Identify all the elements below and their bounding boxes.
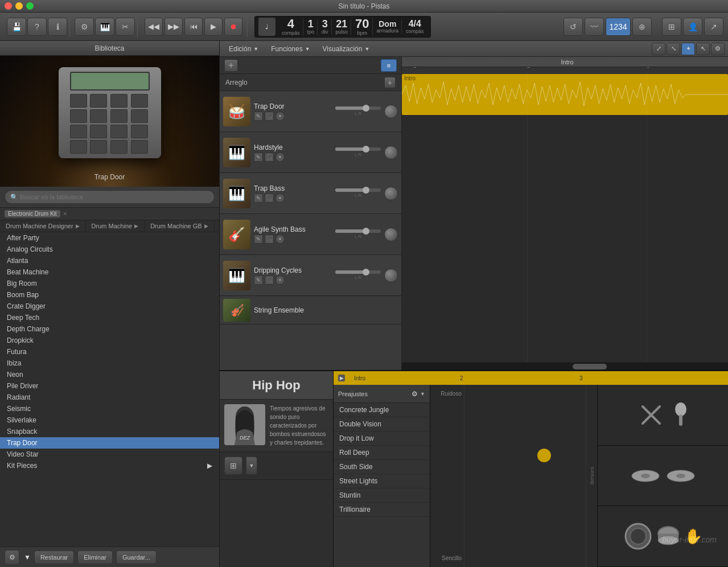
- track-fader-agile-synth[interactable]: [335, 229, 381, 233]
- preset-drop-it-low[interactable]: Drop it Low: [334, 432, 430, 446]
- save-button[interactable]: 💾: [7, 18, 26, 36]
- fader-thumb-dc[interactable]: [363, 269, 369, 276]
- list-item-beat-machine[interactable]: Beat Machine: [0, 266, 219, 278]
- pad-15[interactable]: [110, 140, 127, 154]
- pad-5[interactable]: [70, 109, 87, 123]
- extra-button[interactable]: ⚙: [711, 43, 725, 55]
- cursor-button[interactable]: ↖: [696, 43, 710, 55]
- menu-visualizacion[interactable]: Visualización ▼: [317, 44, 376, 54]
- track-edit-btn-hs[interactable]: ✎: [254, 153, 263, 162]
- user-button[interactable]: 👤: [683, 18, 702, 36]
- timeline-scrollbar[interactable]: [402, 362, 728, 370]
- presets-dropdown-icon[interactable]: ▼: [420, 391, 425, 397]
- list-item-video-star[interactable]: Video Star: [0, 449, 219, 460]
- resize-button[interactable]: ⤡: [667, 43, 680, 55]
- track-mute-btn-hs[interactable]: ●: [275, 153, 285, 162]
- pad-11[interactable]: [110, 125, 127, 138]
- pad-14[interactable]: [90, 140, 107, 154]
- close-button[interactable]: [5, 2, 12, 10]
- list-item-deep-tech[interactable]: Deep Tech: [0, 312, 219, 323]
- forward-button[interactable]: ▶▶: [164, 18, 183, 36]
- track-mute-btn-tb[interactable]: ●: [275, 194, 285, 203]
- help-button[interactable]: ?: [27, 18, 47, 36]
- master-button[interactable]: ⊕: [632, 18, 652, 36]
- track-view-toggle[interactable]: ≡: [381, 59, 397, 72]
- pad-canvas[interactable]: [464, 385, 586, 567]
- list-item-atlanta[interactable]: Atlanta: [0, 255, 219, 266]
- settings-button[interactable]: ⚙: [5, 550, 19, 565]
- list-item-depth-charge[interactable]: Depth Charge: [0, 323, 219, 335]
- select-button[interactable]: ✦: [681, 43, 695, 55]
- snap-button[interactable]: ⤢: [652, 43, 665, 55]
- track-fader-trap-door[interactable]: [335, 106, 381, 110]
- preset-concrete-jungle[interactable]: Concrete Jungle: [334, 403, 430, 417]
- list-item-kit-pieces[interactable]: Kit Pieces ▶: [0, 460, 219, 471]
- list-item-crate-digger[interactable]: Crate Digger: [0, 301, 219, 312]
- track-knob-dripping[interactable]: [384, 269, 398, 282]
- restore-button[interactable]: Restaurar: [34, 550, 74, 564]
- nav-drum-machine[interactable]: Drum Machine ▶: [86, 220, 145, 232]
- track-headphone-btn[interactable]: 🎧: [265, 112, 274, 121]
- minimize-button[interactable]: [15, 2, 23, 10]
- settings-dropdown[interactable]: ▼: [24, 553, 31, 561]
- delete-button[interactable]: Eliminar: [77, 550, 113, 564]
- play-button[interactable]: ▶: [204, 18, 223, 36]
- pad-6[interactable]: [90, 109, 107, 123]
- preset-roll-deep[interactable]: Roll Deep: [334, 446, 430, 460]
- preset-stuntin[interactable]: Stuntin: [334, 488, 430, 503]
- track-edit-btn-tb[interactable]: ✎: [254, 194, 263, 203]
- pad-16[interactable]: [131, 140, 148, 154]
- list-item-boom-bap[interactable]: Boom Bap: [0, 289, 219, 301]
- fader-thumb[interactable]: [363, 105, 369, 112]
- pad-7[interactable]: [110, 109, 127, 123]
- track-headphone-btn-tb[interactable]: 🎧: [265, 194, 274, 203]
- track-edit-btn-as[interactable]: ✎: [254, 235, 263, 244]
- arreglo-add-button[interactable]: +: [384, 77, 396, 88]
- track-knob-hardstyle[interactable]: [384, 146, 398, 159]
- pad-12[interactable]: [131, 125, 148, 138]
- record-button[interactable]: ⏺: [224, 18, 242, 36]
- list-item-ibiza[interactable]: Ibiza: [0, 358, 219, 369]
- lower-timeline-expand[interactable]: ▶: [338, 375, 345, 381]
- list-item-futura[interactable]: Futura: [0, 346, 219, 358]
- menu-funciones[interactable]: Funciones ▼: [265, 44, 315, 54]
- grid-view-button[interactable]: ⊞: [224, 457, 242, 475]
- undo-button[interactable]: ↺: [564, 18, 583, 36]
- track-fader-hardstyle[interactable]: [335, 147, 381, 151]
- piano-button[interactable]: 🎹: [95, 18, 114, 36]
- track-mute-btn[interactable]: ●: [275, 112, 285, 121]
- pad-9[interactable]: [70, 125, 87, 138]
- waveform-button[interactable]: 〰: [585, 18, 604, 36]
- rewind-button[interactable]: ◀◀: [145, 18, 163, 36]
- track-fader-dripping[interactable]: [335, 270, 381, 274]
- fader-thumb-hs[interactable]: [363, 146, 369, 153]
- track-headphone-btn-dc[interactable]: 🎧: [265, 276, 274, 285]
- track-knob-trap-door[interactable]: [384, 105, 398, 118]
- intro-region[interactable]: Intro: [402, 74, 728, 115]
- nav-drum-machine-designer[interactable]: Drum Machine Designer ▶: [0, 220, 86, 232]
- list-item-big-room[interactable]: Big Room: [0, 278, 219, 289]
- list-item-seismic[interactable]: Seismic: [0, 403, 219, 414]
- maximize-button[interactable]: [26, 2, 34, 10]
- track-headphone-btn-hs[interactable]: 🎧: [265, 153, 274, 162]
- track-knob-agile-synth[interactable]: [384, 228, 398, 241]
- list-item-after-party[interactable]: After Party: [0, 232, 219, 244]
- share-button[interactable]: ↗: [704, 18, 723, 36]
- layout-button[interactable]: ⊞: [662, 18, 681, 36]
- search-input[interactable]: [5, 190, 215, 204]
- pad-10[interactable]: [90, 125, 107, 138]
- presets-gear-icon[interactable]: ⚙: [412, 390, 418, 398]
- scissor-button[interactable]: ✂: [116, 18, 135, 36]
- nav-drum-machine-gb[interactable]: Drum Machine GB ▶: [145, 220, 214, 232]
- counter-button[interactable]: 1234: [606, 18, 631, 36]
- list-item-analog-circuits[interactable]: Analog Circuits: [0, 244, 219, 255]
- pad-13[interactable]: [70, 140, 87, 154]
- list-item-trap-door[interactable]: Trap Door: [0, 437, 219, 449]
- add-track-button[interactable]: +: [224, 59, 238, 72]
- list-item-snapback[interactable]: Snapback: [0, 426, 219, 437]
- pad-4[interactable]: [131, 94, 148, 108]
- menu-edicion[interactable]: Edición ▼: [223, 44, 264, 54]
- fader-thumb-as[interactable]: [363, 228, 369, 235]
- timeline-scroll-thumb[interactable]: [573, 364, 607, 369]
- list-item-neon[interactable]: Neon: [0, 369, 219, 380]
